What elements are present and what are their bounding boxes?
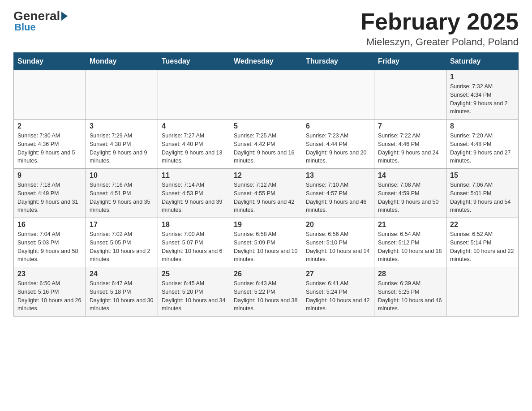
calendar-table: SundayMondayTuesdayWednesdayThursdayFrid… <box>13 52 519 317</box>
calendar-cell: 24Sunrise: 6:47 AMSunset: 5:18 PMDayligh… <box>86 267 158 317</box>
logo: General Blue <box>13 9 69 33</box>
day-info: Sunrise: 6:50 AMSunset: 5:16 PMDaylight:… <box>17 279 82 313</box>
calendar-cell: 27Sunrise: 6:41 AMSunset: 5:24 PMDayligh… <box>302 267 374 317</box>
day-info: Sunrise: 7:18 AMSunset: 4:49 PMDaylight:… <box>17 181 82 214</box>
day-info: Sunrise: 7:29 AMSunset: 4:38 PMDaylight:… <box>90 132 154 165</box>
day-info: Sunrise: 6:52 AMSunset: 5:14 PMDaylight:… <box>450 230 515 264</box>
day-info: Sunrise: 6:58 AMSunset: 5:09 PMDaylight:… <box>234 230 298 264</box>
day-number: 5 <box>234 122 298 130</box>
calendar-cell <box>446 267 519 317</box>
calendar-cell: 5Sunrise: 7:25 AMSunset: 4:42 PMDaylight… <box>230 120 302 169</box>
calendar-cell: 28Sunrise: 6:39 AMSunset: 5:25 PMDayligh… <box>374 267 446 317</box>
day-number: 21 <box>378 221 442 229</box>
day-info: Sunrise: 7:22 AMSunset: 4:46 PMDaylight:… <box>378 132 442 165</box>
calendar-cell: 22Sunrise: 6:52 AMSunset: 5:14 PMDayligh… <box>446 218 519 267</box>
logo-arrow-icon <box>61 12 68 21</box>
calendar-cell: 7Sunrise: 7:22 AMSunset: 4:46 PMDaylight… <box>374 120 446 169</box>
title-area: February 2025 Mieleszyn, Greater Poland,… <box>360 9 519 48</box>
day-number: 3 <box>90 122 154 130</box>
day-number: 22 <box>450 221 515 229</box>
day-number: 25 <box>162 270 226 278</box>
calendar-cell: 15Sunrise: 7:06 AMSunset: 5:01 PMDayligh… <box>446 169 519 218</box>
day-number: 6 <box>306 122 370 130</box>
calendar-cell: 2Sunrise: 7:30 AMSunset: 4:36 PMDaylight… <box>14 120 86 169</box>
calendar-cell: 21Sunrise: 6:54 AMSunset: 5:12 PMDayligh… <box>374 218 446 267</box>
day-info: Sunrise: 6:47 AMSunset: 5:18 PMDaylight:… <box>90 279 154 313</box>
day-info: Sunrise: 7:12 AMSunset: 4:55 PMDaylight:… <box>234 181 298 214</box>
day-number: 27 <box>306 270 370 278</box>
day-number: 16 <box>17 221 82 229</box>
month-title: February 2025 <box>360 9 519 34</box>
day-number: 7 <box>378 122 442 130</box>
day-info: Sunrise: 7:16 AMSunset: 4:51 PMDaylight:… <box>90 181 154 214</box>
day-number: 18 <box>162 221 226 229</box>
day-number: 1 <box>450 73 515 81</box>
weekday-header-thursday: Thursday <box>302 53 374 70</box>
day-info: Sunrise: 7:32 AMSunset: 4:34 PMDaylight:… <box>450 82 515 116</box>
calendar-cell: 18Sunrise: 7:00 AMSunset: 5:07 PMDayligh… <box>158 218 230 267</box>
day-info: Sunrise: 7:20 AMSunset: 4:48 PMDaylight:… <box>450 132 515 165</box>
day-info: Sunrise: 7:00 AMSunset: 5:07 PMDaylight:… <box>162 230 226 264</box>
day-info: Sunrise: 6:56 AMSunset: 5:10 PMDaylight:… <box>306 230 370 264</box>
calendar-cell <box>374 70 446 120</box>
day-info: Sunrise: 7:04 AMSunset: 5:03 PMDaylight:… <box>17 230 82 264</box>
week-row-4: 16Sunrise: 7:04 AMSunset: 5:03 PMDayligh… <box>14 218 519 267</box>
day-info: Sunrise: 6:45 AMSunset: 5:20 PMDaylight:… <box>162 279 226 313</box>
calendar-cell <box>230 70 302 120</box>
calendar-cell: 17Sunrise: 7:02 AMSunset: 5:05 PMDayligh… <box>86 218 158 267</box>
weekday-header-monday: Monday <box>86 53 158 70</box>
day-number: 2 <box>17 122 82 130</box>
weekday-header-sunday: Sunday <box>14 53 86 70</box>
calendar-cell <box>86 70 158 120</box>
calendar-cell: 8Sunrise: 7:20 AMSunset: 4:48 PMDaylight… <box>446 120 519 169</box>
weekday-header-saturday: Saturday <box>446 53 519 70</box>
location-title: Mieleszyn, Greater Poland, Poland <box>360 36 519 48</box>
day-number: 8 <box>450 122 515 130</box>
day-number: 14 <box>378 171 442 180</box>
day-number: 15 <box>450 171 515 180</box>
week-row-5: 23Sunrise: 6:50 AMSunset: 5:16 PMDayligh… <box>14 267 519 317</box>
logo-blue-text: Blue <box>14 21 36 33</box>
calendar-cell <box>158 70 230 120</box>
calendar-cell: 23Sunrise: 6:50 AMSunset: 5:16 PMDayligh… <box>14 267 86 317</box>
calendar-cell: 11Sunrise: 7:14 AMSunset: 4:53 PMDayligh… <box>158 169 230 218</box>
week-row-2: 2Sunrise: 7:30 AMSunset: 4:36 PMDaylight… <box>14 120 519 169</box>
day-info: Sunrise: 7:14 AMSunset: 4:53 PMDaylight:… <box>162 181 226 214</box>
day-number: 24 <box>90 270 154 278</box>
calendar-cell: 19Sunrise: 6:58 AMSunset: 5:09 PMDayligh… <box>230 218 302 267</box>
calendar-cell: 4Sunrise: 7:27 AMSunset: 4:40 PMDaylight… <box>158 120 230 169</box>
day-number: 28 <box>378 270 442 278</box>
calendar-cell: 9Sunrise: 7:18 AMSunset: 4:49 PMDaylight… <box>14 169 86 218</box>
week-row-1: 1Sunrise: 7:32 AMSunset: 4:34 PMDaylight… <box>14 70 519 120</box>
day-number: 19 <box>234 221 298 229</box>
calendar-cell: 3Sunrise: 7:29 AMSunset: 4:38 PMDaylight… <box>86 120 158 169</box>
day-info: Sunrise: 7:08 AMSunset: 4:59 PMDaylight:… <box>378 181 442 214</box>
day-number: 10 <box>90 171 154 180</box>
day-number: 23 <box>17 270 82 278</box>
week-row-3: 9Sunrise: 7:18 AMSunset: 4:49 PMDaylight… <box>14 169 519 218</box>
day-number: 26 <box>234 270 298 278</box>
day-info: Sunrise: 7:02 AMSunset: 5:05 PMDaylight:… <box>90 230 154 264</box>
day-number: 17 <box>90 221 154 229</box>
page-header: General Blue February 2025 Mieleszyn, Gr… <box>13 9 519 48</box>
calendar-cell <box>302 70 374 120</box>
weekday-header-wednesday: Wednesday <box>230 53 302 70</box>
day-number: 11 <box>162 171 226 180</box>
calendar-cell: 20Sunrise: 6:56 AMSunset: 5:10 PMDayligh… <box>302 218 374 267</box>
day-info: Sunrise: 6:41 AMSunset: 5:24 PMDaylight:… <box>306 279 370 313</box>
weekday-header-friday: Friday <box>374 53 446 70</box>
day-info: Sunrise: 7:27 AMSunset: 4:40 PMDaylight:… <box>162 132 226 165</box>
day-number: 4 <box>162 122 226 130</box>
weekday-header-row: SundayMondayTuesdayWednesdayThursdayFrid… <box>14 53 519 70</box>
weekday-header-tuesday: Tuesday <box>158 53 230 70</box>
day-number: 13 <box>306 171 370 180</box>
day-info: Sunrise: 6:54 AMSunset: 5:12 PMDaylight:… <box>378 230 442 264</box>
calendar-cell: 10Sunrise: 7:16 AMSunset: 4:51 PMDayligh… <box>86 169 158 218</box>
calendar-cell: 1Sunrise: 7:32 AMSunset: 4:34 PMDaylight… <box>446 70 519 120</box>
calendar-cell: 6Sunrise: 7:23 AMSunset: 4:44 PMDaylight… <box>302 120 374 169</box>
calendar-cell: 25Sunrise: 6:45 AMSunset: 5:20 PMDayligh… <box>158 267 230 317</box>
calendar-cell: 26Sunrise: 6:43 AMSunset: 5:22 PMDayligh… <box>230 267 302 317</box>
day-info: Sunrise: 6:39 AMSunset: 5:25 PMDaylight:… <box>378 279 442 313</box>
calendar-cell: 12Sunrise: 7:12 AMSunset: 4:55 PMDayligh… <box>230 169 302 218</box>
day-number: 9 <box>17 171 82 180</box>
